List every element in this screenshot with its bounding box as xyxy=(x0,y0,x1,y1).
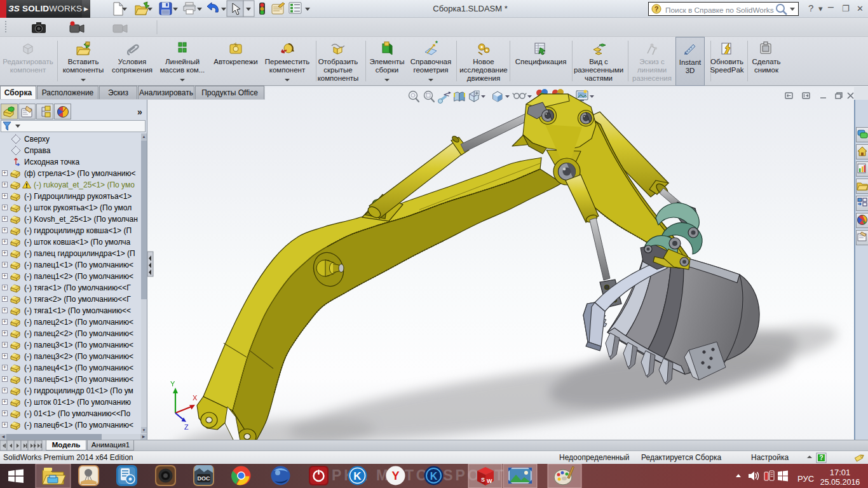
svg-text:K: K xyxy=(353,470,362,482)
svg-text:?: ? xyxy=(819,454,823,461)
svg-text:Y: Y xyxy=(170,380,175,388)
svg-text:S: S xyxy=(481,477,485,483)
svg-text:?: ? xyxy=(654,5,659,13)
svg-text:X: X xyxy=(193,394,198,402)
svg-text:Z: Z xyxy=(184,423,189,431)
svg-text:Y: Y xyxy=(391,470,399,482)
svg-text:17:01: 17:01 xyxy=(830,468,851,477)
svg-text:25.05.2016: 25.05.2016 xyxy=(820,478,860,487)
svg-text:»: » xyxy=(137,107,142,117)
svg-text:W: W xyxy=(487,478,492,484)
svg-text:*: * xyxy=(435,41,438,47)
svg-text:DOC: DOC xyxy=(198,475,211,482)
svg-text:K: K xyxy=(430,471,438,482)
svg-text:РУС: РУС xyxy=(797,474,814,484)
